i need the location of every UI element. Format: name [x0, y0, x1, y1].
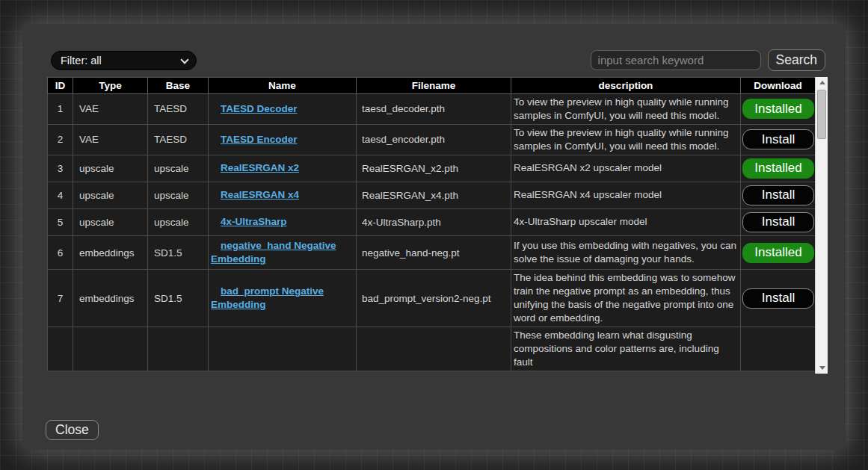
install-button[interactable]: Install	[742, 185, 814, 205]
install-button[interactable]: Install	[742, 129, 814, 149]
search-button[interactable]: Search	[768, 49, 825, 71]
header-download: Download	[741, 78, 816, 94]
cell-base: upscale	[148, 155, 209, 182]
header-id: ID	[48, 78, 73, 94]
cell-download: Install	[741, 124, 816, 155]
cell-description: RealESRGAN x2 upscaler model	[511, 155, 741, 182]
cell-type: embeddings	[73, 235, 148, 269]
table-row: 2VAETAESDTAESD Encodertaesd_encoder.pthT…	[48, 124, 816, 155]
scrollbar-down-arrow-icon[interactable]	[816, 362, 828, 374]
install-button[interactable]: Install	[742, 288, 814, 309]
header-name: Name	[209, 78, 357, 94]
cell-filename: RealESRGAN_x4.pth	[357, 182, 511, 208]
cell-id	[48, 327, 73, 371]
cell-name: bad_prompt Negative Embedding	[209, 270, 357, 327]
cell-name: RealESRGAN x2	[209, 155, 357, 182]
cell-name: TAESD Decoder	[209, 94, 357, 125]
cell-description: 4x-UltraSharp upscaler model	[511, 208, 741, 235]
cell-base: TAESD	[148, 94, 209, 125]
header-base: Base	[148, 78, 209, 94]
scrollbar-thumb[interactable]	[817, 90, 826, 139]
model-name-link[interactable]: 4x-UltraSharp	[221, 216, 287, 227]
cell-id: 6	[48, 235, 73, 269]
cell-type: upscale	[73, 155, 148, 182]
cell-description: To view the preview in high quality whil…	[511, 94, 741, 125]
cell-download: Install	[741, 182, 816, 208]
search-input[interactable]	[591, 50, 761, 70]
close-button[interactable]: Close	[46, 420, 99, 440]
cell-type: VAE	[73, 94, 148, 125]
cell-name: 4x-UltraSharp	[209, 208, 357, 235]
model-name-link[interactable]: TAESD Decoder	[221, 103, 298, 114]
cell-filename: taesd_decoder.pth	[357, 94, 511, 125]
table-header-row: ID Type Base Name Filename description D…	[48, 78, 816, 94]
table-row: 6embeddingsSD1.5negative_hand Negative E…	[48, 235, 816, 269]
table-scrollbar[interactable]	[815, 77, 828, 374]
cell-name: negative_hand Negative Embedding	[209, 235, 357, 269]
cell-name: RealESRGAN x4	[209, 182, 357, 208]
cell-description: RealESRGAN x4 upscaler model	[511, 182, 741, 208]
cell-base	[148, 327, 209, 371]
model-name-link[interactable]: RealESRGAN x4	[221, 189, 299, 200]
table-row: 7embeddingsSD1.5bad_prompt Negative Embe…	[48, 270, 816, 327]
cell-description: These embedding learn what disgusting co…	[511, 327, 741, 371]
cell-description: The idea behind this embedding was to so…	[511, 270, 741, 327]
model-name-link[interactable]: RealESRGAN x2	[221, 162, 299, 173]
cell-filename: 4x-UltraSharp.pth	[357, 208, 511, 235]
cell-id: 5	[48, 208, 73, 235]
models-table: ID Type Base Name Filename description D…	[47, 77, 815, 371]
table-row: 5upscaleupscale4x-UltraSharp4x-UltraShar…	[48, 208, 816, 235]
cell-id: 3	[48, 155, 73, 182]
cell-type: VAE	[73, 124, 148, 155]
model-name-link[interactable]: bad_prompt Negative Embedding	[211, 285, 324, 310]
cell-type: upscale	[73, 208, 148, 235]
cell-base: TAESD	[148, 124, 209, 155]
cell-type: embeddings	[73, 270, 148, 327]
install-models-dialog: Filter: all Search ID Type Base Name	[22, 24, 846, 450]
cell-download: Installed	[741, 155, 816, 182]
cell-id: 1	[48, 94, 73, 125]
table-row: 3upscaleupscaleRealESRGAN x2RealESRGAN_x…	[48, 155, 816, 182]
model-name-link[interactable]: TAESD Encoder	[221, 134, 298, 145]
header-type: Type	[73, 78, 148, 94]
table-row: 1VAETAESDTAESD Decodertaesd_decoder.pthT…	[48, 94, 816, 125]
install-button[interactable]: Install	[742, 212, 814, 232]
cell-id: 7	[48, 270, 73, 327]
filter-dropdown[interactable]: Filter: all	[51, 51, 197, 70]
models-table-wrap: ID Type Base Name Filename description D…	[47, 77, 828, 374]
header-filename: Filename	[357, 78, 511, 94]
table-row: These embedding learn what disgusting co…	[48, 327, 816, 371]
search-group: Search	[591, 49, 825, 71]
model-table-body: 1VAETAESDTAESD Decodertaesd_decoder.pthT…	[48, 94, 816, 371]
cell-base: SD1.5	[148, 270, 209, 327]
cell-download	[741, 327, 816, 371]
cell-filename: negative_hand-neg.pt	[357, 235, 511, 269]
cell-filename: taesd_encoder.pth	[357, 124, 511, 155]
cell-description: If you use this embedding with negatives…	[511, 235, 741, 269]
installed-button[interactable]: Installed	[742, 243, 814, 263]
model-name-link[interactable]: negative_hand Negative Embedding	[211, 240, 336, 265]
installed-button[interactable]: Installed	[742, 99, 814, 119]
cell-filename: bad_prompt_version2-neg.pt	[357, 270, 511, 327]
models-table-clip: ID Type Base Name Filename description D…	[47, 77, 815, 374]
cell-name	[209, 327, 357, 371]
filter-dropdown-wrap: Filter: all	[51, 51, 197, 70]
cell-download: Installed	[741, 235, 816, 269]
cell-id: 2	[48, 124, 73, 155]
cell-name: TAESD Encoder	[209, 124, 357, 155]
table-row: 4upscaleupscaleRealESRGAN x4RealESRGAN_x…	[48, 182, 816, 208]
installed-button[interactable]: Installed	[742, 158, 814, 179]
cell-filename: RealESRGAN_x2.pth	[357, 155, 511, 182]
cell-download: Install	[741, 270, 816, 327]
scrollbar-up-arrow-icon[interactable]	[816, 77, 828, 88]
cell-filename	[357, 327, 511, 371]
cell-description: To view the preview in high quality whil…	[511, 124, 741, 155]
header-description: description	[511, 78, 741, 94]
cell-id: 4	[48, 182, 73, 208]
cell-type	[73, 327, 148, 371]
cell-base: SD1.5	[148, 235, 209, 269]
cell-base: upscale	[148, 182, 209, 208]
cell-base: upscale	[148, 208, 209, 235]
cell-download: Installed	[741, 94, 816, 125]
cell-type: upscale	[73, 182, 148, 208]
